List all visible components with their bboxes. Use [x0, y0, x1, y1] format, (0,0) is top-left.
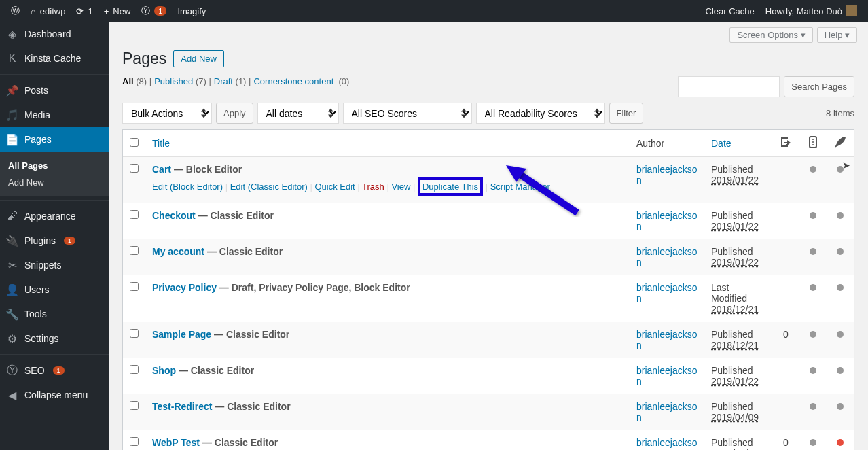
- site-link[interactable]: ⌂editwp: [25, 0, 71, 22]
- filter-all[interactable]: All: [122, 76, 134, 86]
- new-link[interactable]: +New: [98, 0, 137, 22]
- svg-point-1: [812, 139, 814, 140]
- col-author: Author: [630, 130, 704, 157]
- readability-select[interactable]: All Readability Scores: [476, 103, 605, 124]
- author-link[interactable]: brianleejackson: [636, 282, 698, 304]
- filter-draft[interactable]: Draft: [214, 76, 233, 86]
- menu-snippets[interactable]: ✂Snippets: [0, 253, 109, 277]
- row-checkbox[interactable]: [130, 401, 139, 410]
- menu-settings[interactable]: ⚙Settings: [0, 326, 109, 351]
- readability-dot-icon: [837, 403, 844, 410]
- help-button[interactable]: Help ▾: [817, 27, 857, 43]
- item-count: 8 items: [826, 108, 854, 118]
- comments-cell: [772, 203, 799, 239]
- bulk-actions-select[interactable]: Bulk Actions: [122, 103, 212, 124]
- filter-button[interactable]: Filter: [609, 103, 644, 124]
- date-cell: Published2019/04/09: [704, 430, 772, 450]
- row-title-link[interactable]: Cart: [152, 164, 171, 175]
- svg-point-2: [812, 141, 814, 143]
- row-title-link[interactable]: My account: [152, 246, 204, 257]
- readability-dot-icon: [837, 367, 844, 374]
- seo-dot-icon: [810, 439, 816, 446]
- select-all-checkbox[interactable]: [130, 138, 139, 147]
- table-row: Test-Redirect — Classic Editor brianleej…: [123, 394, 854, 430]
- table-row: Cart — Block Editor Edit (Block Editor) …: [123, 157, 854, 203]
- imagify-link[interactable]: Imagify: [172, 0, 211, 22]
- comments-cell: [772, 394, 799, 430]
- author-link[interactable]: brianleejackson: [636, 164, 698, 186]
- admin-toolbar: ⓦ ⌂editwp ⟳1 +New Ⓨ1 Imagify Clear Cache…: [0, 0, 868, 22]
- readability-dot-icon: [837, 439, 844, 446]
- post-state: — Draft, Privacy Policy Page, Block Edit…: [219, 282, 410, 293]
- submenu-all-pages[interactable]: All Pages: [0, 157, 109, 174]
- seo-dot-icon: [810, 212, 816, 219]
- search-input[interactable]: [678, 76, 780, 97]
- admin-sidebar: ◈Dashboard KKinsta Cache 📌Posts 🎵Media 📄…: [0, 22, 109, 450]
- action-quick-edit[interactable]: Quick Edit: [314, 181, 355, 192]
- menu-kinsta[interactable]: KKinsta Cache: [0, 46, 109, 71]
- col-title[interactable]: Title: [152, 138, 170, 149]
- author-link[interactable]: brianleejackson: [636, 210, 698, 232]
- row-title-link[interactable]: WebP Test: [152, 437, 200, 448]
- media-icon: 🎵: [5, 108, 19, 122]
- author-link[interactable]: brianleejackson: [636, 246, 698, 268]
- readability-dot-icon: [837, 212, 844, 219]
- row-checkbox[interactable]: [130, 210, 139, 219]
- updates-link[interactable]: ⟳1: [71, 0, 98, 22]
- wp-logo[interactable]: ⓦ: [5, 0, 25, 22]
- menu-collapse[interactable]: ◀Collapse menu: [0, 383, 109, 407]
- readability-dot-icon: [837, 331, 844, 338]
- filter-cornerstone[interactable]: Cornerstone content: [253, 76, 333, 86]
- author-link[interactable]: brianleejackson: [636, 365, 698, 387]
- seo-score-select[interactable]: All SEO Scores: [343, 103, 472, 124]
- menu-plugins[interactable]: 🔌Plugins1: [0, 228, 109, 253]
- author-link[interactable]: brianleejackson: [636, 329, 698, 351]
- filter-published[interactable]: Published: [154, 76, 193, 86]
- row-checkbox[interactable]: [130, 246, 139, 255]
- action-duplicate[interactable]: Duplicate This: [422, 181, 478, 192]
- readability-icon: [806, 135, 820, 149]
- date-cell: Published2019/04/09: [704, 394, 772, 430]
- menu-media[interactable]: 🎵Media: [0, 103, 109, 127]
- clear-cache-link[interactable]: Clear Cache: [700, 0, 760, 22]
- row-title-link[interactable]: Privacy Policy: [152, 282, 217, 293]
- menu-appearance[interactable]: 🖌Appearance: [0, 204, 109, 228]
- menu-seo[interactable]: ⓎSEO1: [0, 358, 109, 383]
- row-title-link[interactable]: Test-Redirect: [152, 401, 212, 412]
- search-button[interactable]: Search Pages: [784, 76, 854, 97]
- screen-options-button[interactable]: Screen Options ▾: [729, 27, 812, 43]
- menu-dashboard[interactable]: ◈Dashboard: [0, 22, 109, 46]
- row-title-link[interactable]: Checkout: [152, 210, 196, 221]
- date-cell: Published2019/01/22: [704, 358, 772, 394]
- menu-tools[interactable]: 🔧Tools: [0, 302, 109, 326]
- yoast-link[interactable]: Ⓨ1: [136, 0, 172, 22]
- menu-posts[interactable]: 📌Posts: [0, 78, 109, 103]
- post-state: — Block Editor: [174, 164, 242, 175]
- row-title-link[interactable]: Sample Page: [152, 329, 211, 340]
- dates-select[interactable]: All dates: [257, 103, 339, 124]
- submenu-add-new[interactable]: Add New: [0, 174, 109, 191]
- row-checkbox[interactable]: [130, 437, 139, 446]
- col-date[interactable]: Date: [711, 138, 731, 149]
- sliders-icon: ⚙: [5, 332, 19, 345]
- row-checkbox[interactable]: [130, 164, 139, 173]
- row-checkbox[interactable]: [130, 329, 139, 338]
- row-title-link[interactable]: Shop: [152, 365, 176, 376]
- action-edit-classic[interactable]: Edit (Classic Editor): [230, 181, 308, 192]
- menu-users[interactable]: 👤Users: [0, 277, 109, 302]
- table-row: Privacy Policy — Draft, Privacy Policy P…: [123, 275, 854, 322]
- account-link[interactable]: Howdy, Matteo Duò: [760, 0, 863, 22]
- pin-icon: 📌: [5, 84, 19, 97]
- add-new-button[interactable]: Add New: [173, 50, 224, 67]
- action-view[interactable]: View: [391, 181, 410, 192]
- action-script-manager[interactable]: Script Manager: [490, 181, 550, 192]
- table-row: Checkout — Classic Editor brianleejackso…: [123, 203, 854, 239]
- row-checkbox[interactable]: [130, 365, 139, 374]
- author-link[interactable]: brianleejackson: [636, 401, 698, 423]
- action-trash[interactable]: Trash: [362, 181, 384, 192]
- author-link[interactable]: brianleejackson: [636, 437, 698, 450]
- action-edit-block[interactable]: Edit (Block Editor): [152, 181, 223, 192]
- row-checkbox[interactable]: [130, 282, 139, 291]
- menu-pages[interactable]: 📄Pages: [0, 127, 109, 152]
- apply-button[interactable]: Apply: [216, 103, 253, 124]
